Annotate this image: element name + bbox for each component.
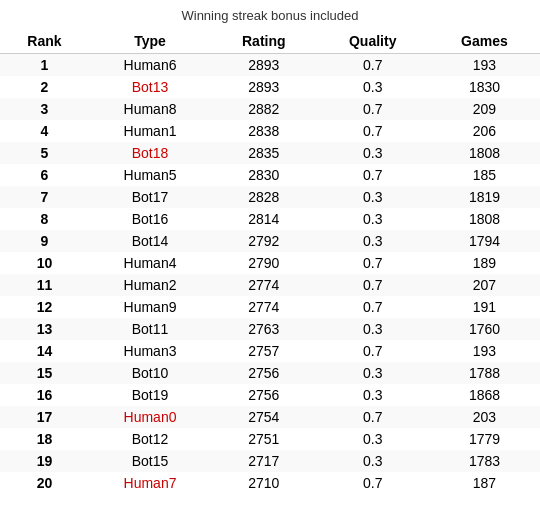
col-type: Type (89, 29, 211, 54)
cell-rank: 19 (0, 450, 89, 472)
cell-rank: 18 (0, 428, 89, 450)
cell-rating: 2774 (211, 296, 316, 318)
cell-rank: 2 (0, 76, 89, 98)
cell-type: Bot15 (89, 450, 211, 472)
cell-quality: 0.3 (317, 318, 429, 340)
table-row: 1Human628930.7193 (0, 54, 540, 77)
cell-rating: 2756 (211, 384, 316, 406)
cell-type: Bot12 (89, 428, 211, 450)
table-row: 3Human828820.7209 (0, 98, 540, 120)
cell-rating: 2710 (211, 472, 316, 494)
cell-quality: 0.3 (317, 142, 429, 164)
cell-quality: 0.7 (317, 340, 429, 362)
table-row: 12Human927740.7191 (0, 296, 540, 318)
cell-type: Bot16 (89, 208, 211, 230)
cell-rank: 15 (0, 362, 89, 384)
cell-rating: 2838 (211, 120, 316, 142)
cell-games: 1783 (429, 450, 540, 472)
cell-games: 1830 (429, 76, 540, 98)
cell-quality: 0.3 (317, 428, 429, 450)
cell-type: Human8 (89, 98, 211, 120)
cell-type: Human5 (89, 164, 211, 186)
cell-quality: 0.7 (317, 472, 429, 494)
leaderboard-table: Rank Type Rating Quality Games 1Human628… (0, 29, 540, 494)
cell-quality: 0.3 (317, 208, 429, 230)
table-row: 15Bot1027560.31788 (0, 362, 540, 384)
cell-type: Bot17 (89, 186, 211, 208)
cell-games: 1868 (429, 384, 540, 406)
col-quality: Quality (317, 29, 429, 54)
cell-games: 1794 (429, 230, 540, 252)
cell-rating: 2830 (211, 164, 316, 186)
cell-quality: 0.3 (317, 450, 429, 472)
cell-games: 185 (429, 164, 540, 186)
table-row: 5Bot1828350.31808 (0, 142, 540, 164)
cell-quality: 0.7 (317, 296, 429, 318)
cell-type: Human2 (89, 274, 211, 296)
table-row: 9Bot1427920.31794 (0, 230, 540, 252)
cell-games: 209 (429, 98, 540, 120)
cell-rank: 13 (0, 318, 89, 340)
cell-rank: 12 (0, 296, 89, 318)
cell-rating: 2893 (211, 54, 316, 77)
table-row: 14Human327570.7193 (0, 340, 540, 362)
cell-rank: 10 (0, 252, 89, 274)
cell-games: 191 (429, 296, 540, 318)
cell-quality: 0.7 (317, 98, 429, 120)
cell-type: Bot19 (89, 384, 211, 406)
cell-games: 1819 (429, 186, 540, 208)
cell-games: 193 (429, 340, 540, 362)
cell-type: Bot14 (89, 230, 211, 252)
cell-rating: 2790 (211, 252, 316, 274)
cell-games: 1788 (429, 362, 540, 384)
col-rank: Rank (0, 29, 89, 54)
col-games: Games (429, 29, 540, 54)
table-row: 10Human427900.7189 (0, 252, 540, 274)
cell-games: 1808 (429, 142, 540, 164)
cell-rating: 2717 (211, 450, 316, 472)
cell-rank: 11 (0, 274, 89, 296)
table-row: 4Human128380.7206 (0, 120, 540, 142)
cell-rating: 2828 (211, 186, 316, 208)
cell-quality: 0.3 (317, 362, 429, 384)
cell-rating: 2792 (211, 230, 316, 252)
cell-quality: 0.7 (317, 120, 429, 142)
cell-games: 203 (429, 406, 540, 428)
cell-games: 207 (429, 274, 540, 296)
col-rating: Rating (211, 29, 316, 54)
cell-rank: 17 (0, 406, 89, 428)
cell-type: Human6 (89, 54, 211, 77)
cell-quality: 0.3 (317, 230, 429, 252)
cell-rating: 2754 (211, 406, 316, 428)
cell-quality: 0.7 (317, 164, 429, 186)
leaderboard-container: Winning streak bonus included Rank Type … (0, 0, 540, 502)
cell-quality: 0.3 (317, 76, 429, 98)
cell-type: Human9 (89, 296, 211, 318)
table-row: 2Bot1328930.31830 (0, 76, 540, 98)
cell-type: Human0 (89, 406, 211, 428)
cell-rank: 9 (0, 230, 89, 252)
table-row: 17Human027540.7203 (0, 406, 540, 428)
cell-quality: 0.7 (317, 406, 429, 428)
cell-rank: 14 (0, 340, 89, 362)
cell-rank: 5 (0, 142, 89, 164)
cell-rating: 2757 (211, 340, 316, 362)
cell-quality: 0.3 (317, 384, 429, 406)
cell-games: 206 (429, 120, 540, 142)
cell-quality: 0.7 (317, 252, 429, 274)
table-header-row: Rank Type Rating Quality Games (0, 29, 540, 54)
table-row: 13Bot1127630.31760 (0, 318, 540, 340)
subtitle: Winning streak bonus included (0, 8, 540, 23)
cell-type: Bot10 (89, 362, 211, 384)
cell-quality: 0.7 (317, 274, 429, 296)
cell-type: Human4 (89, 252, 211, 274)
table-row: 20Human727100.7187 (0, 472, 540, 494)
cell-rating: 2751 (211, 428, 316, 450)
table-row: 11Human227740.7207 (0, 274, 540, 296)
cell-quality: 0.3 (317, 186, 429, 208)
table-row: 7Bot1728280.31819 (0, 186, 540, 208)
cell-games: 1760 (429, 318, 540, 340)
cell-rating: 2882 (211, 98, 316, 120)
cell-rank: 8 (0, 208, 89, 230)
table-row: 18Bot1227510.31779 (0, 428, 540, 450)
